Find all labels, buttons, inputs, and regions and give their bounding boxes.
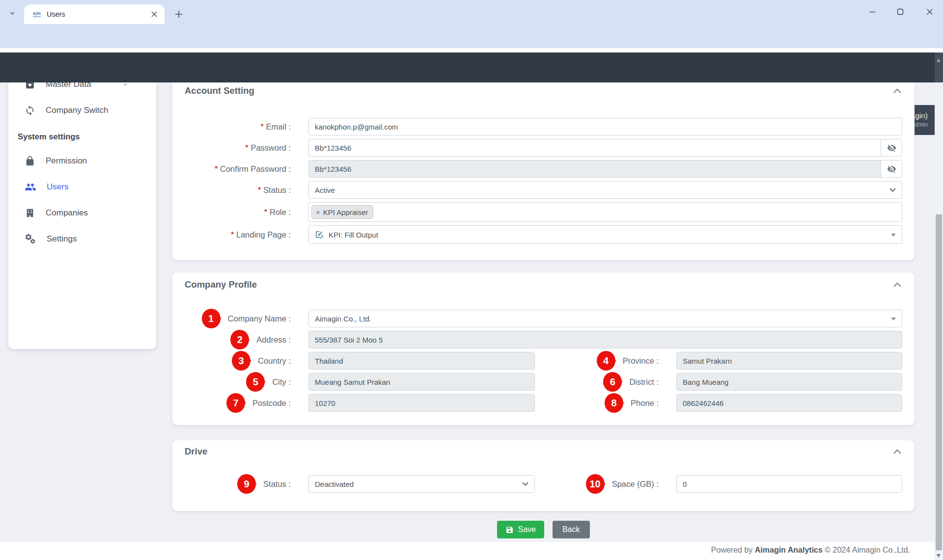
edit-icon: [315, 230, 324, 239]
drive-space-label: Space (GB) :: [612, 480, 659, 489]
expand-caret-icon: [122, 82, 128, 90]
form-row-password: *Password :: [185, 139, 902, 157]
status-label: Status :: [263, 186, 291, 195]
window-maximize-button[interactable]: [897, 8, 904, 17]
collapse-account-setting-button[interactable]: [892, 87, 902, 94]
sidebar-item-users[interactable]: Users: [8, 174, 156, 200]
form-row-role: *Role : × KPI Appraiser: [185, 202, 902, 222]
sync-icon: [25, 105, 35, 116]
tab-title: Users: [47, 10, 65, 18]
password-input[interactable]: [308, 139, 881, 157]
confirm-password-input[interactable]: [308, 160, 881, 178]
form-row-confirm-password: *Confirm Password :: [185, 160, 902, 178]
collapse-company-profile-button[interactable]: [892, 281, 902, 288]
scrollbar-up-arrow[interactable]: [937, 58, 941, 62]
sidebar-item-company-switch[interactable]: Company Switch: [8, 97, 156, 123]
scrollbar-down-arrow[interactable]: [937, 554, 941, 558]
browser-toolbar: kpi.aimagin.com/?_pageId=_page_user K: [0, 24, 943, 48]
sidebar-item-settings[interactable]: Settings: [8, 226, 156, 252]
form-row-country-province: 3 Country : 4 Province :: [185, 352, 902, 370]
footer-text: Powered by Aimagin Analytics © 2024 Aima…: [711, 546, 910, 555]
address-input[interactable]: [308, 331, 902, 348]
form-row-company-name: 1 Company Name : Aimagin Co., Ltd.: [185, 310, 902, 327]
window-minimize-button[interactable]: [869, 8, 876, 17]
sidebar-item-companies[interactable]: Companies: [8, 200, 156, 226]
caret-down-icon: [891, 234, 896, 239]
city-label: City :: [272, 377, 291, 387]
back-form-button[interactable]: Back: [553, 521, 590, 538]
country-input[interactable]: [308, 352, 535, 370]
status-select[interactable]: Active: [308, 181, 902, 199]
eye-slash-icon: [887, 143, 896, 153]
plus-icon: [175, 10, 183, 18]
email-input[interactable]: [308, 118, 902, 135]
landing-page-label: Landing Page :: [236, 230, 291, 240]
phone-label: Phone :: [631, 399, 659, 408]
toggle-confirm-visibility-button[interactable]: [881, 160, 902, 178]
annotation-badge-5: 5: [246, 372, 265, 392]
district-input[interactable]: [676, 373, 902, 391]
annotation-badge-3: 3: [232, 351, 250, 371]
sidebar-item-permission[interactable]: Permission: [8, 148, 156, 174]
minimize-icon: [869, 8, 876, 15]
save-button[interactable]: Save: [497, 521, 544, 538]
tab-close-button[interactable]: [150, 10, 159, 19]
annotation-badge-7: 7: [226, 393, 245, 413]
browser-window: KPI Users kpi.aimag: [0, 0, 943, 560]
chevron-down-icon: [889, 188, 896, 192]
form-row-city-district: 5 City : 6 District :: [185, 373, 902, 391]
lock-icon: [25, 156, 35, 166]
role-tag: × KPI Appraiser: [311, 205, 373, 219]
annotation-badge-10: 10: [586, 474, 605, 494]
collapse-drive-button[interactable]: [892, 448, 902, 455]
browser-tab-users[interactable]: KPI Users: [24, 4, 165, 24]
chevron-down-icon: [8, 9, 16, 17]
tab-search-button[interactable]: [7, 8, 18, 19]
postcode-label: Postcode :: [252, 399, 291, 408]
chevron-up-icon: [893, 449, 902, 454]
app-header: KPI Analytics 2 Aimagin 32 x 32 kanokpho…: [0, 53, 943, 82]
phone-input[interactable]: [676, 394, 902, 412]
chevron-up-icon: [893, 88, 902, 94]
form-row-drive-status-space: 9 Status : Deactivated 10 Space (GB) :: [185, 475, 902, 493]
drive-status-value: Deactivated: [315, 480, 354, 488]
drive-status-select[interactable]: Deactivated: [308, 475, 535, 493]
section-title-account-setting: Account Setting: [185, 85, 254, 96]
annotation-badge-1: 1: [202, 309, 221, 328]
postcode-input[interactable]: [308, 394, 535, 412]
password-label: Password :: [250, 143, 291, 153]
remove-role-tag-button[interactable]: ×: [316, 208, 320, 216]
toggle-password-visibility-button[interactable]: [881, 139, 902, 157]
role-multiselect[interactable]: × KPI Appraiser: [308, 202, 902, 222]
caret-down-icon: [891, 318, 896, 323]
footer-brand: Aimagin Analytics: [755, 546, 823, 554]
window-close-button[interactable]: [926, 8, 933, 17]
annotation-badge-6: 6: [603, 372, 622, 392]
landing-page-select[interactable]: KPI: Fill Output: [308, 225, 902, 244]
sidebar-section-title: System settings: [8, 126, 156, 148]
form-row-status: *Status : Active: [185, 181, 902, 199]
section-title-company-profile: Company Profile: [185, 279, 257, 290]
close-icon: [926, 8, 933, 15]
company-name-select[interactable]: Aimagin Co., Ltd.: [308, 310, 902, 327]
form-row-landing-page: *Landing Page : KPI: Fill Output: [185, 225, 902, 244]
form-row-address: 2 Address :: [185, 331, 902, 348]
drive-space-input[interactable]: [676, 475, 902, 493]
chevron-down-icon: [522, 482, 528, 486]
sidebar-item-master-data[interactable]: Master Data: [8, 82, 156, 97]
drive-card: Drive 9 Status : Deactivated 10 Space (G…: [172, 440, 915, 511]
company-name-value: Aimagin Co., Ltd.: [315, 315, 371, 323]
landing-page-value: KPI: Fill Output: [329, 231, 378, 239]
status-select-value: Active: [315, 186, 335, 194]
email-label: Email :: [266, 122, 291, 132]
province-label: Province :: [623, 356, 659, 366]
new-tab-button[interactable]: [172, 8, 185, 21]
city-input[interactable]: [308, 373, 535, 391]
drive-status-label: Status :: [263, 480, 291, 489]
annotation-badge-9: 9: [237, 474, 256, 494]
scrollbar-thumb[interactable]: [936, 214, 942, 550]
province-input[interactable]: [676, 352, 902, 370]
eye-slash-icon: [887, 164, 896, 174]
account-setting-card: Account Setting *Email : *Password :: [172, 82, 915, 260]
building-icon: [25, 208, 35, 218]
